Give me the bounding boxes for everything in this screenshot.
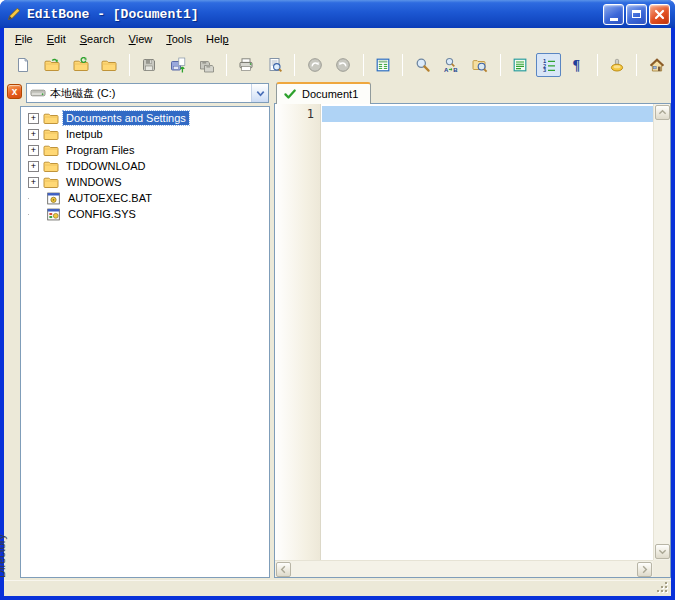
window-title: EditBone - [Document1] (27, 7, 199, 22)
tree-expand-toggle[interactable]: + (28, 161, 39, 172)
save-as-icon (170, 57, 186, 73)
open-folder-button[interactable] (97, 53, 122, 77)
home-icon (649, 57, 665, 73)
tree-expand-toggle[interactable]: + (28, 145, 39, 156)
client-area: FileEditSearchViewToolsHelp AB123¶ x 本地磁… (4, 28, 671, 596)
combo-dropdown-button[interactable] (251, 84, 268, 102)
chevron-left-icon (279, 565, 288, 574)
vertical-scrollbar[interactable] (653, 104, 670, 560)
scroll-up-button[interactable] (655, 105, 670, 120)
toolbar-separator (129, 54, 130, 76)
menu-item-view[interactable]: View (122, 30, 160, 48)
tree-item-label: WINDOWS (63, 175, 125, 189)
check-icon (283, 87, 297, 101)
svg-text:3: 3 (543, 67, 546, 73)
home-button[interactable] (644, 53, 669, 77)
menu-item-help[interactable]: Help (199, 30, 236, 48)
menu-item-file[interactable]: File (8, 30, 40, 48)
editor-pane: Document1 1 (274, 80, 671, 578)
options-button[interactable] (605, 53, 630, 77)
tree-item-inetpub[interactable]: +Inetpub (21, 126, 269, 142)
folder-icon (43, 110, 59, 126)
maximize-button[interactable] (626, 4, 647, 25)
replace-icon: AB (443, 57, 459, 73)
scroll-right-button[interactable] (637, 562, 652, 577)
print-button[interactable] (234, 53, 259, 77)
close-icon (653, 8, 666, 21)
tree-item-documents-and-settings[interactable]: +Documents and Settings (21, 110, 269, 126)
minimize-button[interactable] (603, 4, 624, 25)
save-all-icon (199, 57, 215, 73)
open-file-button[interactable] (40, 53, 65, 77)
word-wrap-icon (512, 57, 528, 73)
svg-text:A: A (444, 67, 449, 73)
print-preview-button[interactable] (263, 53, 288, 77)
redo-button[interactable] (302, 53, 327, 77)
undo-button[interactable] (331, 53, 356, 77)
close-button[interactable] (649, 4, 670, 25)
save-button[interactable] (137, 53, 162, 77)
tree-expand-toggle[interactable]: + (28, 177, 39, 188)
menu-item-tools[interactable]: Tools (159, 30, 199, 48)
tree-item-config-sys[interactable]: CONFIG.SYS (21, 206, 269, 222)
save-all-button[interactable] (194, 53, 219, 77)
scroll-left-button[interactable] (276, 562, 291, 577)
directory-panel-icon (375, 57, 391, 73)
line-numbers-icon: 123 (541, 57, 557, 73)
special-chars-icon: ¶ (569, 57, 585, 73)
new-file-button[interactable] (11, 53, 36, 77)
scroll-down-button[interactable] (655, 544, 670, 559)
find-in-files-button[interactable] (468, 53, 493, 77)
minimize-icon (610, 18, 618, 21)
toolbar-separator (294, 54, 295, 76)
directory-panel-close-button[interactable]: x (7, 84, 22, 99)
svg-text:B: B (454, 67, 459, 73)
folder-icon (43, 174, 59, 190)
tab-document1[interactable]: Document1 (276, 82, 371, 104)
tree-item-label: Documents and Settings (63, 111, 189, 125)
app-pencil-icon[interactable] (6, 6, 22, 22)
tree-item-label: CONFIG.SYS (65, 207, 139, 221)
tree-indent (28, 198, 41, 199)
replace-button[interactable]: AB (439, 53, 464, 77)
chevron-right-icon (640, 565, 649, 574)
folder-icon (43, 158, 59, 174)
tree-item-program-files[interactable]: +Program Files (21, 142, 269, 158)
menu-item-search[interactable]: Search (73, 30, 122, 48)
toolbar-separator (500, 54, 501, 76)
drive-selector-value: 本地磁盘 (C:) (50, 86, 115, 101)
resize-grip[interactable] (656, 581, 669, 594)
tab-label: Document1 (302, 88, 358, 100)
dock-area: x 本地磁盘 (C:) +Documents and Settings+Inet… (4, 80, 671, 580)
menu-item-edit[interactable]: Edit (40, 30, 73, 48)
tree-item-windows[interactable]: +WINDOWS (21, 174, 269, 190)
reopen-file-button[interactable] (68, 53, 93, 77)
current-line-highlight (322, 106, 653, 122)
horizontal-scrollbar[interactable] (275, 560, 653, 577)
menu-bar: FileEditSearchViewToolsHelp (4, 28, 671, 50)
tree-item-tddownload[interactable]: +TDDOWNLOAD (21, 158, 269, 174)
tree-expand-toggle[interactable]: + (28, 129, 39, 140)
save-as-button[interactable] (166, 53, 191, 77)
line-number-gutter[interactable]: 1 (275, 104, 321, 560)
special-characters-button[interactable]: ¶ (565, 53, 590, 77)
redo-icon (307, 57, 323, 73)
app-window: EditBone - [Document1] FileEditSearchVie… (0, 0, 675, 600)
line-numbers-button[interactable]: 123 (536, 53, 561, 77)
word-wrap-button[interactable] (508, 53, 533, 77)
directory-tree: +Documents and Settings+Inetpub+Program … (20, 106, 270, 578)
bat-file-icon (45, 190, 61, 206)
tree-item-label: Inetpub (63, 127, 106, 141)
directory-panel-caption: Directory (0, 534, 7, 578)
tree-item-label: AUTOEXEC.BAT (65, 191, 155, 205)
toolbar-separator (226, 54, 227, 76)
editor-text-area[interactable] (322, 104, 653, 560)
toggle-directory-panel-button[interactable] (371, 53, 396, 77)
drive-selector[interactable]: 本地磁盘 (C:) (26, 83, 269, 103)
open-file-icon (44, 57, 60, 73)
print-preview-icon (267, 57, 283, 73)
find-button[interactable] (410, 53, 435, 77)
tree-expand-toggle[interactable]: + (28, 113, 39, 124)
tree-item-autoexec-bat[interactable]: AUTOEXEC.BAT (21, 190, 269, 206)
editor-control: 1 (274, 103, 671, 578)
